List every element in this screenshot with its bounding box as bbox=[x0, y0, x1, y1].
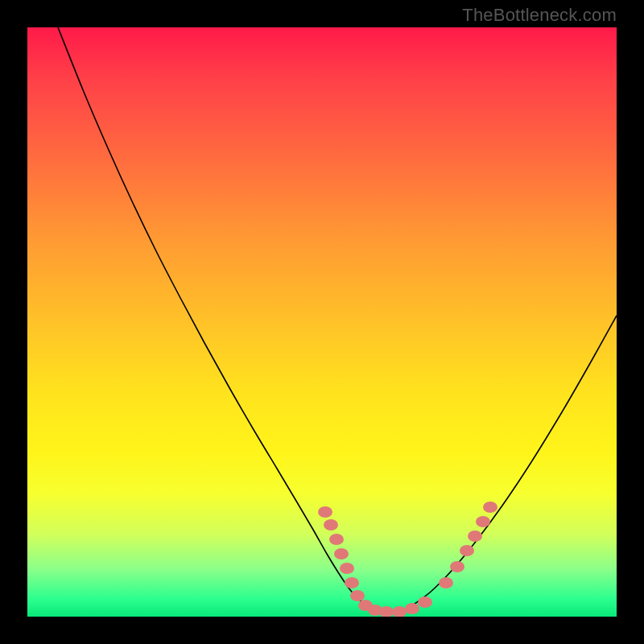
highlight-dot bbox=[329, 534, 344, 545]
curve-svg bbox=[27, 27, 617, 617]
highlight-dot bbox=[324, 519, 338, 530]
highlight-dot bbox=[334, 548, 349, 559]
highlight-dot bbox=[439, 577, 453, 588]
highlight-dot bbox=[450, 561, 464, 572]
highlight-dot bbox=[476, 516, 490, 527]
highlight-dot bbox=[418, 597, 432, 608]
highlight-dot bbox=[468, 530, 482, 542]
chart-frame: TheBottleneck.com bbox=[0, 0, 644, 644]
highlight-dot bbox=[483, 502, 497, 513]
highlight-dot bbox=[405, 603, 419, 614]
highlight-dot bbox=[460, 545, 474, 556]
plot-area bbox=[27, 27, 617, 617]
highlight-dots-group bbox=[318, 502, 497, 617]
highlight-dot bbox=[318, 506, 332, 518]
highlight-dot bbox=[340, 563, 354, 574]
highlight-dot bbox=[345, 577, 359, 588]
highlight-dot bbox=[350, 590, 365, 601]
watermark-text: TheBottleneck.com bbox=[462, 5, 617, 26]
highlight-dot bbox=[392, 606, 407, 617]
